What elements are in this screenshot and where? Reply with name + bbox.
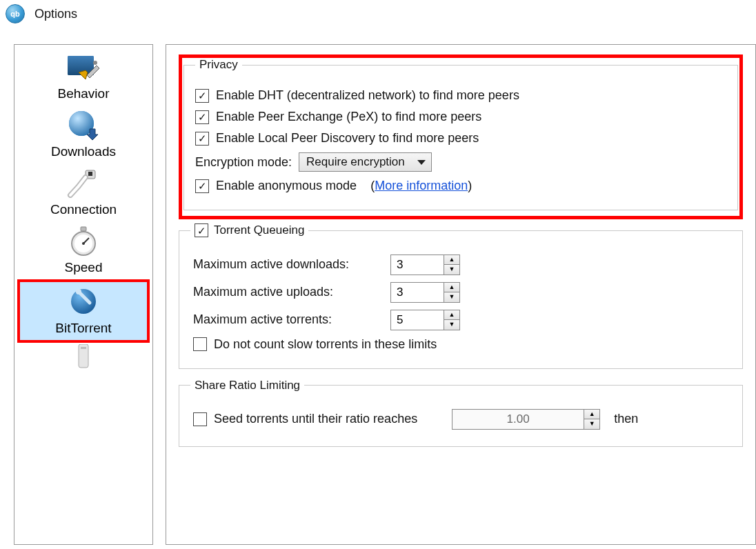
plug-icon (63, 166, 104, 199)
step-down-button[interactable]: ▼ (444, 265, 459, 274)
app-icon: qb (6, 4, 25, 23)
max-uploads-spinner[interactable]: ▲▼ (390, 282, 460, 303)
stopwatch-icon (63, 224, 104, 257)
max-torrents-label: Maximum active torrents: (193, 312, 384, 327)
encryption-label: Encryption mode: (195, 155, 292, 170)
anonymous-checkbox[interactable] (195, 179, 209, 193)
content-panel: Privacy Enable DHT (decentralized networ… (166, 44, 756, 545)
encryption-select[interactable]: Require encryption (299, 152, 432, 172)
max-uploads-input[interactable] (391, 283, 444, 302)
sidebar-item-label: Downloads (51, 144, 116, 159)
queueing-enable-checkbox[interactable] (195, 223, 208, 237)
tools-icon (63, 50, 104, 83)
seed-ratio-input[interactable] (452, 410, 584, 429)
max-torrents-input[interactable] (391, 310, 444, 330)
dht-label: Enable DHT (decentralized network) to fi… (216, 88, 519, 103)
sidebar-item-downloads[interactable]: Downloads (17, 106, 150, 163)
sidebar: Behavior Downloads (14, 44, 153, 545)
step-down-button[interactable]: ▼ (444, 292, 459, 302)
svg-point-13 (76, 289, 81, 295)
seed-ratio-checkbox[interactable] (193, 412, 207, 426)
ratio-group: Share Ratio Limiting Seed torrents until… (179, 379, 743, 447)
step-down-button[interactable]: ▼ (444, 320, 459, 330)
max-downloads-label: Maximum active downloads: (193, 257, 384, 272)
svg-rect-15 (81, 347, 86, 349)
globe-wrench-icon (63, 285, 104, 318)
pex-label: Enable Peer Exchange (PeX) to find more … (216, 110, 481, 124)
sidebar-item-speed[interactable]: Speed (17, 221, 150, 279)
lpd-label: Enable Local Peer Discovery to find more… (216, 131, 479, 146)
svg-rect-9 (81, 227, 86, 231)
slow-torrents-checkbox[interactable] (193, 337, 207, 351)
slow-torrents-label: Do not count slow torrents in these limi… (214, 337, 437, 352)
server-icon (63, 346, 104, 368)
pex-checkbox[interactable] (195, 110, 209, 124)
encryption-value: Require encryption (306, 155, 405, 169)
dht-checkbox[interactable] (195, 89, 209, 103)
privacy-highlight: Privacy Enable DHT (decentralized networ… (179, 54, 743, 219)
step-down-button[interactable]: ▼ (584, 419, 599, 429)
sidebar-highlight: BitTorrent (17, 279, 150, 343)
sidebar-item-connection[interactable]: Connection (17, 163, 150, 221)
globe-download-icon (63, 108, 104, 141)
max-downloads-input[interactable] (391, 255, 444, 274)
max-uploads-label: Maximum active uploads: (193, 285, 384, 299)
max-downloads-spinner[interactable]: ▲▼ (390, 254, 460, 275)
chevron-down-icon (417, 160, 426, 165)
sidebar-item-label: BitTorrent (55, 321, 111, 336)
queueing-group: Torrent Queueing Maximum active download… (179, 223, 743, 369)
seed-ratio-spinner[interactable]: ▲▼ (452, 409, 600, 430)
then-label: then (614, 412, 638, 426)
queueing-legend: Torrent Queueing (190, 223, 308, 238)
sidebar-item-label: Connection (50, 202, 117, 217)
sidebar-item-next[interactable] (17, 343, 150, 368)
privacy-legend: Privacy (195, 58, 242, 72)
anonymous-label: Enable anonymous mode (216, 179, 357, 193)
window-title: Options (34, 7, 77, 21)
svg-point-11 (82, 242, 85, 245)
step-up-button[interactable]: ▲ (444, 283, 459, 293)
max-torrents-spinner[interactable]: ▲▼ (390, 310, 460, 330)
ratio-legend: Share Ratio Limiting (190, 379, 304, 392)
privacy-group: Privacy Enable DHT (decentralized networ… (183, 58, 738, 210)
titlebar: qb Options (0, 0, 756, 28)
svg-point-12 (71, 289, 96, 314)
lpd-checkbox[interactable] (195, 132, 209, 146)
sidebar-item-label: Speed (65, 260, 103, 275)
more-information-link[interactable]: More information (375, 179, 468, 192)
svg-rect-6 (88, 172, 92, 176)
step-up-button[interactable]: ▲ (444, 255, 459, 266)
step-up-button[interactable]: ▲ (584, 410, 599, 420)
svg-point-2 (93, 61, 97, 65)
step-up-button[interactable]: ▲ (444, 310, 459, 321)
sidebar-item-label: Behavior (58, 86, 110, 101)
sidebar-item-behavior[interactable]: Behavior (17, 48, 150, 106)
seed-ratio-label: Seed torrents until their ratio reaches (214, 412, 417, 426)
sidebar-item-bittorrent[interactable]: BitTorrent (20, 282, 147, 340)
queueing-legend-label: Torrent Queueing (214, 223, 304, 237)
